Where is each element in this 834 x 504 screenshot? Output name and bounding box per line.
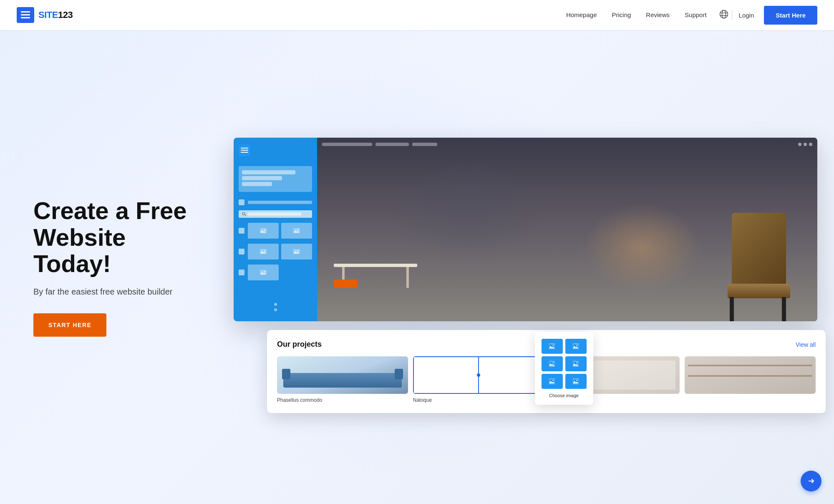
logo-svg xyxy=(21,11,30,19)
toolbar-bar xyxy=(412,143,437,146)
svg-point-14 xyxy=(264,250,265,252)
project-label-1: Phasellus commodo xyxy=(277,397,408,403)
shelf-graphic xyxy=(688,365,812,366)
scroll-to-top-button[interactable] xyxy=(801,471,821,491)
shelf-graphic xyxy=(688,375,812,377)
chair-leg-left xyxy=(730,297,734,321)
image-icon xyxy=(549,343,555,349)
hero-left: Create a Free Website Today! By far the … xyxy=(33,197,209,337)
shelf-thumbnail xyxy=(685,356,816,394)
svg-point-16 xyxy=(297,250,299,252)
project-card-1[interactable]: Phasellus commodo xyxy=(277,356,408,403)
menu-line xyxy=(241,152,248,153)
thumb-item xyxy=(248,244,279,260)
svg-point-26 xyxy=(577,362,577,363)
svg-point-12 xyxy=(297,229,299,231)
svg-point-28 xyxy=(553,380,554,381)
svg-point-24 xyxy=(553,362,554,363)
toolbar-dots xyxy=(798,143,812,146)
navbar: SITE123 Homepage Pricing Reviews Support… xyxy=(0,0,834,30)
nav-item-homepage[interactable]: Homepage xyxy=(566,11,597,19)
sidebar-checkbox-row3 xyxy=(239,244,312,260)
sidebar-checkbox-row2 xyxy=(239,223,312,239)
hero-section: Create a Free Website Today! By far the … xyxy=(0,30,834,504)
toolbar-dot xyxy=(809,143,812,146)
logo-text: SITE123 xyxy=(38,10,73,20)
image-thumb-icon xyxy=(260,269,267,276)
chair-graphic xyxy=(717,213,792,321)
login-link[interactable]: Login xyxy=(739,12,754,19)
chooser-item[interactable] xyxy=(565,356,587,371)
chooser-item[interactable] xyxy=(542,356,563,371)
nav-item-reviews[interactable]: Reviews xyxy=(646,11,670,19)
table-leg xyxy=(406,267,409,288)
sofa-graphic xyxy=(283,373,402,388)
image-icon xyxy=(549,361,555,367)
svg-rect-2 xyxy=(21,17,30,18)
sidebar-checkbox4 xyxy=(239,270,244,275)
svg-point-22 xyxy=(577,345,577,345)
projects-view-all[interactable]: View all xyxy=(796,341,816,348)
image-icon xyxy=(573,343,579,349)
hero-title: Create a Free Website Today! xyxy=(33,197,209,277)
search-input-bar xyxy=(248,212,301,216)
image-chooser-popup: Choose image xyxy=(535,332,593,405)
chair-leg-right xyxy=(782,297,786,321)
sidebar-dot xyxy=(274,303,277,306)
svg-rect-0 xyxy=(21,11,30,13)
toolbar-bar xyxy=(322,143,372,146)
thumb-grid3 xyxy=(248,265,312,280)
sofa-thumbnail xyxy=(277,356,408,394)
project-card-2[interactable]: Natoque xyxy=(413,356,544,403)
image-icon xyxy=(549,378,555,384)
sidebar-checkbox-row xyxy=(239,199,312,205)
editor-photo-area xyxy=(317,138,817,321)
language-globe-icon[interactable] xyxy=(719,10,728,21)
sidebar-bar xyxy=(242,176,282,180)
image-thumb-icon xyxy=(293,227,300,234)
nav-item-pricing[interactable]: Pricing xyxy=(612,11,631,19)
projects-panel: Our projects View all Phasellus commodo xyxy=(267,330,826,413)
project-label-2: Natoque xyxy=(413,397,544,403)
chooser-item[interactable] xyxy=(542,374,563,389)
image-thumb-icon xyxy=(293,248,300,255)
image-thumb-icon xyxy=(260,248,267,255)
arrow-right-icon xyxy=(806,476,816,486)
project-card-4[interactable] xyxy=(685,356,816,397)
chooser-item[interactable] xyxy=(565,339,587,354)
search-icon xyxy=(242,212,246,216)
toolbar-dot xyxy=(798,143,801,146)
logo-site: SITE xyxy=(38,10,58,20)
sidebar-dot xyxy=(274,308,277,311)
hero-right-mockup: Our projects View all Phasellus commodo xyxy=(234,138,817,396)
toolbar-dot xyxy=(804,143,807,146)
svg-line-8 xyxy=(245,215,246,216)
chooser-item[interactable] xyxy=(565,374,587,389)
editor-toolbar xyxy=(322,143,812,146)
svg-point-30 xyxy=(577,380,577,381)
nav-item-support[interactable]: Support xyxy=(685,11,707,19)
sidebar-row-text xyxy=(248,201,312,204)
start-here-button[interactable]: Start Here xyxy=(764,6,817,25)
thumb-grid2 xyxy=(248,244,312,260)
nav-link-homepage[interactable]: Homepage xyxy=(566,11,597,18)
chooser-item[interactable] xyxy=(542,339,563,354)
sidebar-header xyxy=(239,144,312,161)
svg-point-4 xyxy=(722,10,726,18)
thumb-grid xyxy=(248,223,312,239)
logo[interactable]: SITE123 xyxy=(17,7,73,23)
editor-mockup xyxy=(234,138,817,321)
image-icon xyxy=(573,378,579,384)
hero-cta-button[interactable]: START HERE xyxy=(33,313,106,337)
nav-link-support[interactable]: Support xyxy=(685,11,707,18)
editor-sidebar xyxy=(234,138,317,321)
nav-link-reviews[interactable]: Reviews xyxy=(646,11,670,18)
svg-point-10 xyxy=(264,229,265,231)
toolbar-bar xyxy=(375,143,409,146)
nav-link-pricing[interactable]: Pricing xyxy=(612,11,631,18)
sofa-arm xyxy=(395,369,403,379)
editor-orange-button xyxy=(334,280,357,288)
sidebar-menu-icon xyxy=(239,144,250,156)
sidebar-search-row xyxy=(239,210,312,218)
projects-title: Our projects xyxy=(277,340,322,349)
